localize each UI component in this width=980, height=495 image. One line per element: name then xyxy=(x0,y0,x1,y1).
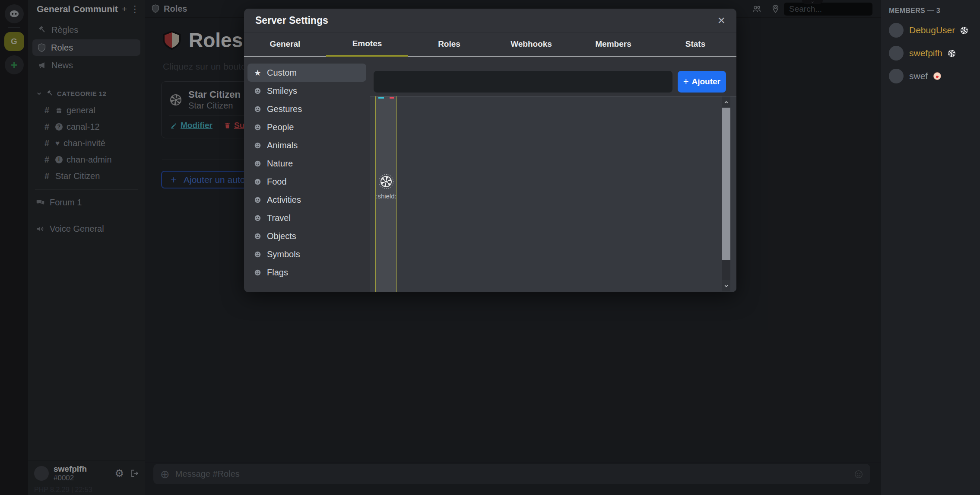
close-icon[interactable]: × xyxy=(717,14,725,27)
category-item-objects[interactable]: Objects xyxy=(247,227,366,245)
member-name: swef xyxy=(909,71,928,81)
category-label: Travel xyxy=(267,213,291,223)
category-item-food[interactable]: Food xyxy=(247,172,366,191)
category-label: Symbols xyxy=(267,249,300,259)
scroll-down-button[interactable] xyxy=(722,280,730,291)
category-item-smileys[interactable]: Smileys xyxy=(247,82,366,100)
smiley-icon xyxy=(254,251,261,258)
smiley-icon xyxy=(254,178,261,185)
category-item-people[interactable]: People xyxy=(247,118,366,136)
category-item-symbols[interactable]: Symbols xyxy=(247,245,366,263)
smiley-icon xyxy=(254,269,261,276)
category-item-activities[interactable]: Activities xyxy=(247,191,366,209)
member-row-debuguser[interactable]: DebugUser xyxy=(889,23,980,38)
avatar xyxy=(889,46,904,61)
smiley-icon xyxy=(254,105,261,113)
tab-members[interactable]: Members xyxy=(572,32,654,57)
member-name: swefpifh xyxy=(909,48,942,58)
app-screen: G + General Community Test + ⋮ Règles Ro… xyxy=(0,0,980,495)
emote-name: :shield: xyxy=(376,192,396,200)
category-label: Flags xyxy=(267,268,288,278)
emote-grid: :shield: xyxy=(370,96,736,292)
tab-webhooks[interactable]: Webhooks xyxy=(490,32,572,57)
cyan-marker xyxy=(378,97,384,99)
category-label: Smileys xyxy=(267,86,297,96)
category-item-travel[interactable]: Travel xyxy=(247,209,366,227)
smiley-icon xyxy=(254,142,261,149)
smiley-icon xyxy=(254,160,261,167)
add-emote-label: Ajouter xyxy=(692,77,721,86)
smiley-icon xyxy=(254,214,261,222)
category-label: People xyxy=(267,122,294,132)
tab-emotes[interactable]: Emotes xyxy=(326,32,408,57)
avatar xyxy=(889,69,904,83)
smiley-icon xyxy=(254,87,261,95)
category-item-animals[interactable]: Animals xyxy=(247,136,366,154)
category-item-nature[interactable]: Nature xyxy=(247,154,366,172)
category-label: Custom xyxy=(267,68,297,78)
category-item-gestures[interactable]: Gestures xyxy=(247,100,366,118)
pinwheel-badge-icon xyxy=(948,50,955,57)
tab-roles[interactable]: Roles xyxy=(408,32,490,57)
emote-grid-column: :shield: xyxy=(375,96,397,292)
pinwheel-emoji-icon xyxy=(381,176,392,187)
server-settings-modal: Server Settings × General Emotes Roles W… xyxy=(244,9,736,292)
smiley-icon xyxy=(254,124,261,131)
chevron-up-icon xyxy=(723,99,729,105)
modal-tab-bar: General Emotes Roles Webhooks Members St… xyxy=(244,32,736,57)
category-label: Gestures xyxy=(267,104,302,114)
pinwheel-badge-icon xyxy=(961,27,968,34)
smiley-icon xyxy=(254,196,261,204)
emote-toolbar: + Ajouter xyxy=(370,57,736,93)
emote-search-input[interactable] xyxy=(374,71,672,93)
emote-grid-scrollbar[interactable] xyxy=(722,96,730,291)
add-emote-button[interactable]: + Ajouter xyxy=(678,71,726,93)
modal-header: Server Settings × xyxy=(244,9,736,32)
emoji-category-list: ★ Custom Smileys Gestures People A xyxy=(244,57,370,292)
clown-emoji-icon xyxy=(933,72,941,80)
scroll-up-button[interactable] xyxy=(722,96,730,108)
category-label: Animals xyxy=(267,141,298,150)
member-name: DebugUser xyxy=(909,25,955,35)
member-row-swef[interactable]: swef xyxy=(889,69,980,83)
tab-general[interactable]: General xyxy=(244,32,326,57)
category-item-custom[interactable]: ★ Custom xyxy=(247,64,366,82)
tab-stats[interactable]: Stats xyxy=(654,32,736,57)
scrollbar-thumb[interactable] xyxy=(722,108,730,260)
emote-item-shield[interactable]: :shield: xyxy=(376,176,396,200)
members-header: MEMBERS — 3 xyxy=(889,7,980,15)
emotes-content: + Ajouter :shield: xyxy=(370,57,736,292)
modal-title: Server Settings xyxy=(255,15,717,26)
red-marker xyxy=(390,97,394,99)
category-label: Nature xyxy=(267,159,293,169)
category-item-flags[interactable]: Flags xyxy=(247,263,366,281)
star-icon: ★ xyxy=(254,69,261,77)
smiley-icon xyxy=(254,233,261,240)
chevron-down-icon xyxy=(723,283,729,289)
emotes-panel: ★ Custom Smileys Gestures People A xyxy=(244,57,736,292)
plus-icon: + xyxy=(683,76,689,87)
member-row-swefpifh[interactable]: swefpifh xyxy=(889,46,980,61)
category-label: Activities xyxy=(267,195,301,205)
members-sidebar: MEMBERS — 3 DebugUser swefpifh swef xyxy=(881,0,980,495)
avatar xyxy=(889,23,904,38)
category-label: Objects xyxy=(267,231,296,241)
category-label: Food xyxy=(267,177,287,187)
